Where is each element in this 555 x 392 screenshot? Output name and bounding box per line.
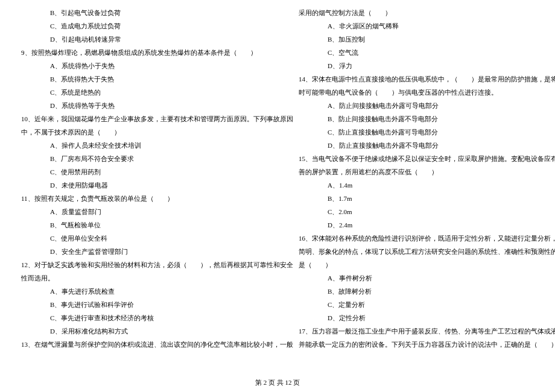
q13-option-a: A、非火源区的烟气稀释 <box>299 19 534 33</box>
q9-stem: 9、按照热爆炸理论，易燃易爆物质组成的系统发生热爆炸的基本条件是（ ） <box>21 46 256 59</box>
q16-option-a: A、事件树分析 <box>299 271 534 285</box>
q8-option-b: B、引起电气设备过负荷 <box>21 6 256 19</box>
q11-option-b: B、气瓶检验单位 <box>21 218 256 232</box>
q12-stem-2: 性而选用。 <box>21 271 256 285</box>
q10-stem-2: 中，不属于技术原因的是（ ） <box>21 125 256 139</box>
q9-option-b: B、系统得热大于失热 <box>21 72 256 86</box>
q9-option-c: C、系统是绝热的 <box>21 86 256 99</box>
q11-option-a: A、质量监督部门 <box>21 205 256 218</box>
q14-stem-2: 时可能带电的电气设备的（ ）与供电变压器的中性点进行连接。 <box>299 86 534 99</box>
q9-option-d: D、系统得热等于失热 <box>21 99 256 112</box>
q13-option-d: D、浮力 <box>299 59 534 72</box>
q15-stem-2: 善的屏护装置，所用遮栏的高度不应低（ ） <box>299 165 534 179</box>
page-container: B、引起电气设备过负荷 C、造成电力系统过负荷 D、引起电动机转速异常 9、按照… <box>0 0 555 368</box>
q13-option-c: C、空气流 <box>299 46 534 59</box>
q12-stem-1: 12、对于缺乏实践考验和实用经验的材料和方法，必须（ ），然后再根据其可靠性和安… <box>21 258 256 271</box>
q13-stem: 13、在烟气泄漏量与所保护空间的体积或流进、流出该空间的净化空气流率相比较小时，… <box>21 338 256 351</box>
q11-stem: 11、按照有关规定，负责气瓶改装的单位是（ ） <box>21 192 256 205</box>
q12-option-b: B、事先进行试验和科学评价 <box>21 298 256 311</box>
q12-option-d: D、采用标准化结构和方式 <box>21 324 256 338</box>
q16-stem-3: 是（ ） <box>299 258 534 271</box>
right-column: 采用的烟气控制方法是（ ） A、非火源区的烟气稀释 B、加压控制 C、空气流 D… <box>278 6 555 362</box>
q10-stem-1: 10、近年来，我国烟花爆竹生产企业事故多发，主要有技术和管理两方面原因。下列事故… <box>21 112 256 125</box>
q14-option-c: C、防止直接接触电击外露可导电部分 <box>299 125 534 139</box>
q8-option-c: C、造成电力系统过负荷 <box>21 19 256 33</box>
q14-option-b: B、防止间接接触电击外露不导电部分 <box>299 112 534 125</box>
q12-option-c: C、事先进行审查和技术经济的考核 <box>21 311 256 324</box>
q10-option-a: A、操作人员未经安全技术培训 <box>21 139 256 152</box>
q10-option-b: B、厂房布局不符合安全要求 <box>21 152 256 165</box>
q17-stem-1: 17、压力容器一般泛指工业生产中用于盛装反应、传热、分离等生产工艺过程的气体或液… <box>299 324 534 338</box>
q13-stem-cont: 采用的烟气控制方法是（ ） <box>299 6 534 19</box>
q16-stem-2: 简明、形象化的特点，体现了以系统工程方法研究安全问题的系统性、准确性和预测性的分… <box>299 245 534 258</box>
q15-stem-1: 15、当电气设备不便于绝缘或绝缘不足以保证安全时，应采取屏护措施。变配电设备应有… <box>299 152 534 165</box>
q8-option-d: D、引起电动机转速异常 <box>21 33 256 46</box>
q15-option-a: A、1.4m <box>299 179 534 192</box>
q16-option-d: D、定性分析 <box>299 311 534 324</box>
q17-stem-2: 并能承载一定压力的密闭设备。下列关于压力容器压力设计的说法中，正确的是（ ） <box>299 338 534 351</box>
q16-stem-1: 16、宋体能对各种系统的危险性进行识别评价，既适用于定性分析，又能进行定量分析，… <box>299 232 534 245</box>
q15-option-d: D、2.4m <box>299 218 534 232</box>
q16-option-c: C、定量分析 <box>299 298 534 311</box>
q14-option-d: D、防止直接接触电击外露不导电部分 <box>299 139 534 152</box>
page-footer: 第 2 页 共 12 页 <box>0 378 555 387</box>
q14-option-a: A、防止间接接触电击外露可导电部分 <box>299 99 534 112</box>
q10-option-d: D、未使用防爆电器 <box>21 179 256 192</box>
q14-stem-1: 14、宋体在电源中性点直接接地的低压供电系统中，（ ）是最常用的防护措施，是将故… <box>299 72 534 86</box>
q11-option-c: C、使用单位安全科 <box>21 232 256 245</box>
left-column: B、引起电气设备过负荷 C、造成电力系统过负荷 D、引起电动机转速异常 9、按照… <box>0 6 278 362</box>
q13-option-b: B、加压控制 <box>299 33 534 46</box>
q15-option-b: B、1.7m <box>299 192 534 205</box>
q10-option-c: C、使用禁用药剂 <box>21 165 256 179</box>
q16-option-b: B、故障树分析 <box>299 285 534 298</box>
q12-option-a: A、事先进行系统检查 <box>21 285 256 298</box>
q9-option-a: A、系统得热小于失热 <box>21 59 256 72</box>
q15-option-c: C、2.0m <box>299 205 534 218</box>
q11-option-d: D、安全生产监督管理部门 <box>21 245 256 258</box>
